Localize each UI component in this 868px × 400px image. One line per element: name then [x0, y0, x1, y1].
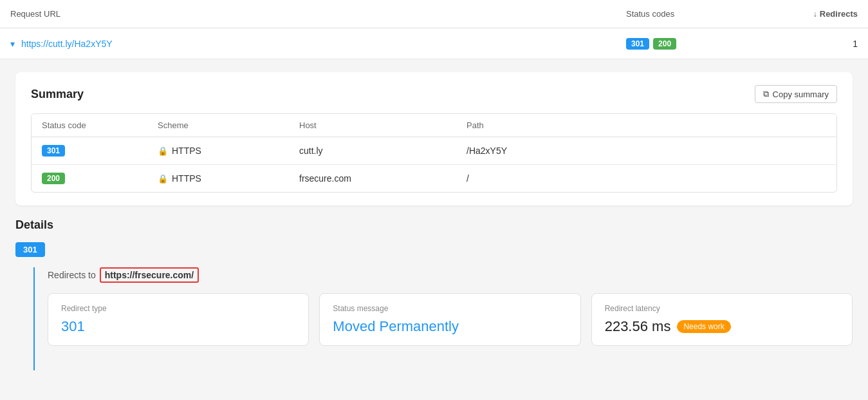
copy-summary-label: Copy summary	[773, 90, 829, 99]
redirect-type-card: Redirect type 301	[48, 293, 309, 346]
status-message-label: Status message	[333, 304, 567, 313]
row2-host: frsecure.com	[299, 173, 466, 184]
col-host: Host	[299, 120, 466, 130]
summary-table: Status code Scheme Host Path 301 🔒 HTTPS…	[31, 113, 837, 193]
row2-status-badge: 200	[42, 173, 65, 184]
url-row: ▾ https://cutt.ly/Ha2xY5Y 301 200 1	[0, 28, 868, 59]
row1-scheme: 🔒 HTTPS	[158, 146, 299, 156]
details-badge-row: 301	[15, 242, 853, 257]
status-message-card: Status message Moved Permanently	[319, 293, 580, 346]
request-url-link[interactable]: https://cutt.ly/Ha2xY5Y	[21, 39, 626, 49]
summary-section: Summary ⧉ Copy summary Status code Schem…	[15, 72, 853, 205]
copy-icon: ⧉	[763, 89, 769, 99]
summary-header: Summary ⧉ Copy summary	[31, 85, 837, 103]
request-url-label: Request URL	[10, 9, 626, 19]
col-scheme: Scheme	[158, 120, 299, 130]
badge-301: 301	[626, 38, 649, 50]
copy-summary-button[interactable]: ⧉ Copy summary	[755, 85, 837, 103]
row1-host: cutt.ly	[299, 146, 466, 156]
badge-200: 200	[653, 38, 676, 50]
status-codes-label: Status codes	[626, 9, 755, 19]
details-block: 301 Redirects to https://frsecure.com/	[15, 242, 853, 370]
redirect-count: 1	[755, 39, 858, 49]
redirect-latency-label: Redirect latency	[605, 304, 839, 313]
redirect-type-label: Redirect type	[61, 304, 295, 313]
redirects-header: ↓ Redirects	[755, 9, 858, 19]
details-301-badge: 301	[15, 242, 45, 257]
details-section: Details 301 Redirects to https://frsecur…	[15, 218, 853, 370]
row1-path: /Ha2xY5Y	[466, 146, 826, 156]
redirects-to-label: Redirects to	[48, 270, 96, 280]
redirects-arrow-icon: ↓	[813, 10, 817, 19]
latency-value: 223.56 ms	[605, 318, 671, 335]
lock-icon: 🔒	[158, 146, 168, 156]
row2-scheme: 🔒 HTTPS	[158, 173, 299, 184]
redirects-label: Redirects	[820, 9, 858, 19]
details-title: Details	[15, 218, 853, 232]
redirect-latency-card: Redirect latency 223.56 ms Needs work	[591, 293, 853, 346]
chevron-down-icon[interactable]: ▾	[10, 39, 15, 49]
summary-title: Summary	[31, 88, 84, 101]
col-status-code: Status code	[42, 120, 158, 130]
row1-status-badge: 301	[42, 145, 65, 157]
lock-icon: 🔒	[158, 174, 168, 184]
row2-path: /	[466, 173, 826, 184]
redirect-type-value: 301	[61, 318, 295, 335]
table-header: Status code Scheme Host Path	[32, 114, 836, 137]
status-message-value: Moved Permanently	[333, 318, 567, 335]
top-bar: Request URL Status codes ↓ Redirects	[0, 0, 868, 28]
col-path: Path	[466, 120, 826, 130]
status-badges: 301 200	[626, 38, 755, 50]
redirect-url-link[interactable]: https://frsecure.com/	[100, 267, 199, 283]
redirects-to-row: Redirects to https://frsecure.com/	[48, 267, 853, 283]
table-row: 301 🔒 HTTPS cutt.ly /Ha2xY5Y	[32, 137, 836, 165]
latency-value-row: 223.56 ms Needs work	[605, 318, 839, 335]
info-cards-row: Redirect type 301 Status message Moved P…	[48, 293, 853, 346]
main-content: Summary ⧉ Copy summary Status code Schem…	[0, 59, 868, 400]
needs-work-badge: Needs work	[677, 320, 730, 333]
table-row: 200 🔒 HTTPS frsecure.com /	[32, 165, 836, 192]
